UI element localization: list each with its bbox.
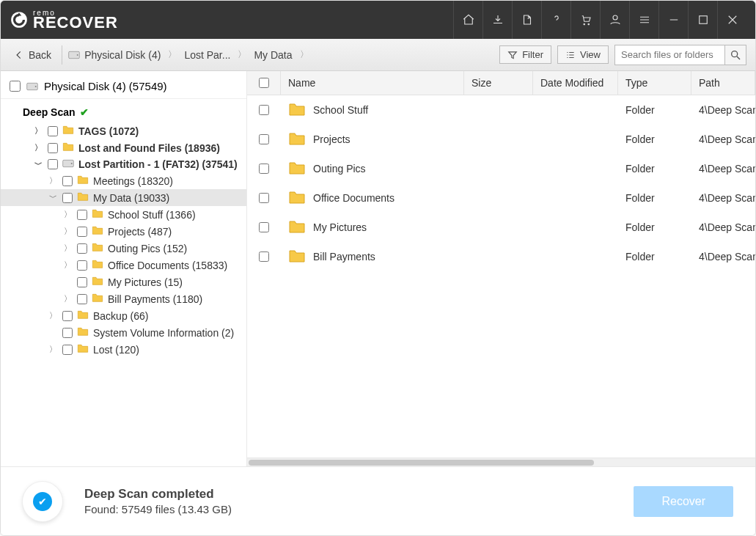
maximize-icon[interactable]: [688, 1, 717, 39]
tree-item[interactable]: 〉TAGS (1072): [1, 122, 246, 139]
tree-item[interactable]: 〉Office Documents (15833): [1, 257, 246, 273]
tree-item[interactable]: ﹀Lost Partition - 1 (FAT32) (37541): [1, 156, 246, 172]
search-button[interactable]: [724, 45, 746, 65]
back-button[interactable]: Back: [10, 46, 56, 64]
tree-checkbox[interactable]: [48, 126, 58, 136]
table-row[interactable]: My PicturesFolder4\Deep Scan\: [247, 213, 755, 242]
file-path: 4\Deep Scan\: [691, 251, 755, 263]
user-icon[interactable]: [600, 1, 629, 39]
file-type: Folder: [618, 192, 691, 204]
tree-item[interactable]: 〉Bill Payments (1180): [1, 290, 246, 307]
chevron-right-icon[interactable]: 〉: [62, 210, 73, 220]
filter-button[interactable]: Filter: [499, 45, 551, 64]
tree-checkbox[interactable]: [77, 210, 87, 220]
tree-checkbox[interactable]: [77, 260, 87, 271]
tree-item[interactable]: My Pictures (15): [1, 273, 246, 290]
folder-icon: [288, 102, 306, 119]
chevron-right-icon[interactable]: 〉: [33, 126, 43, 136]
chevron-right-icon[interactable]: 〉: [33, 143, 43, 153]
tree-checkbox[interactable]: [77, 243, 87, 254]
table-row[interactable]: Office DocumentsFolder4\Deep Scan\: [247, 183, 755, 213]
tree-checkbox[interactable]: [77, 277, 87, 287]
file-path: 4\Deep Scan\: [691, 192, 755, 204]
folder-icon: [92, 276, 103, 288]
tree-item[interactable]: 〉Lost (120): [1, 341, 246, 358]
row-checkbox[interactable]: [259, 193, 269, 203]
recover-button[interactable]: Recover: [634, 486, 733, 517]
table-row[interactable]: ProjectsFolder4\Deep Scan\: [247, 125, 755, 154]
tree-item[interactable]: 〉Lost and Found Files (18936): [1, 139, 246, 156]
row-checkbox[interactable]: [259, 134, 269, 144]
chevron-right-icon[interactable]: 〉: [62, 227, 73, 237]
col-checkbox[interactable]: [247, 71, 281, 95]
svg-point-5: [732, 51, 738, 56]
menu-icon[interactable]: [629, 1, 658, 39]
row-checkbox[interactable]: [259, 252, 269, 262]
crumb-1[interactable]: Lost Par...: [184, 49, 230, 61]
row-checkbox[interactable]: [259, 222, 269, 232]
file-name: Outing Pics: [313, 163, 366, 175]
col-path[interactable]: Path: [691, 71, 755, 95]
check-circle-icon: ✔: [33, 492, 52, 511]
col-type[interactable]: Type: [618, 71, 691, 95]
root-row[interactable]: Physical Disk (4) (57549): [1, 74, 246, 99]
col-date[interactable]: Date Modified: [533, 71, 618, 95]
svg-point-1: [613, 15, 617, 20]
tree-item[interactable]: 〉Outing Pics (152): [1, 240, 246, 257]
tree-label: Projects (487): [108, 226, 172, 238]
tree-checkbox[interactable]: [77, 227, 87, 237]
view-button[interactable]: View: [557, 45, 609, 64]
tree-checkbox[interactable]: [77, 294, 87, 304]
tree-item[interactable]: 〉School Stuff (1366): [1, 206, 246, 223]
export-icon[interactable]: [512, 1, 541, 39]
crumb-0[interactable]: Physical Disk (4): [84, 49, 161, 61]
root-checkbox[interactable]: [10, 81, 21, 92]
chevron-right-icon[interactable]: 〉: [48, 345, 58, 355]
file-name: School Stuff: [313, 104, 368, 116]
tree-checkbox[interactable]: [62, 176, 73, 186]
table-row[interactable]: School StuffFolder4\Deep Scan\: [247, 95, 755, 125]
download-icon[interactable]: [482, 1, 512, 39]
chevron-right-icon[interactable]: 〉: [62, 260, 73, 271]
tree-checkbox[interactable]: [48, 159, 58, 169]
help-icon[interactable]: [541, 1, 570, 39]
tree-item[interactable]: 〉Backup (66): [1, 307, 246, 324]
horizontal-scrollbar[interactable]: [247, 458, 755, 466]
tree-checkbox[interactable]: [62, 345, 73, 355]
row-checkbox[interactable]: [259, 164, 269, 174]
search-input[interactable]: [614, 45, 724, 65]
tree-label: School Stuff (1366): [108, 209, 196, 221]
chevron-down-icon[interactable]: ﹀: [48, 193, 58, 203]
status-title: Deep Scan completed: [84, 487, 232, 502]
tree-checkbox[interactable]: [62, 311, 73, 321]
tree-checkbox[interactable]: [48, 143, 58, 153]
chevron-right-icon[interactable]: 〉: [62, 243, 73, 254]
cart-icon[interactable]: [570, 1, 600, 39]
tree-checkbox[interactable]: [62, 328, 73, 338]
folder-icon: [288, 161, 306, 177]
chevron-right-icon[interactable]: 〉: [62, 294, 73, 304]
col-name[interactable]: Name: [281, 71, 464, 95]
chevron-right-icon: 〉: [235, 48, 249, 61]
chevron-right-icon[interactable]: 〉: [48, 311, 58, 321]
row-checkbox[interactable]: [259, 105, 269, 115]
tree-checkbox[interactable]: [62, 193, 73, 203]
home-icon[interactable]: [453, 1, 482, 39]
table-row[interactable]: Bill PaymentsFolder4\Deep Scan\: [247, 242, 755, 271]
col-size[interactable]: Size: [464, 71, 533, 95]
close-icon[interactable]: [717, 1, 746, 39]
tree-item[interactable]: System Volume Information (2): [1, 324, 246, 341]
file-name: Office Documents: [313, 192, 394, 204]
tree-item[interactable]: ﹀My Data (19033): [1, 189, 246, 206]
minimize-icon[interactable]: [658, 1, 688, 39]
crumb-2[interactable]: My Data: [254, 49, 292, 61]
breadcrumb[interactable]: Physical Disk (4) 〉 Lost Par... 〉 My Dat…: [68, 48, 311, 61]
tree-item[interactable]: 〉Meetings (18320): [1, 172, 246, 189]
folder-icon: [92, 225, 103, 238]
tree-item[interactable]: 〉Projects (487): [1, 223, 246, 240]
chevron-right-icon[interactable]: 〉: [48, 176, 58, 186]
chevron-down-icon[interactable]: ﹀: [33, 159, 43, 169]
folder-icon: [92, 208, 103, 221]
tree-label: My Pictures (15): [108, 276, 183, 288]
table-row[interactable]: Outing PicsFolder4\Deep Scan\: [247, 154, 755, 183]
